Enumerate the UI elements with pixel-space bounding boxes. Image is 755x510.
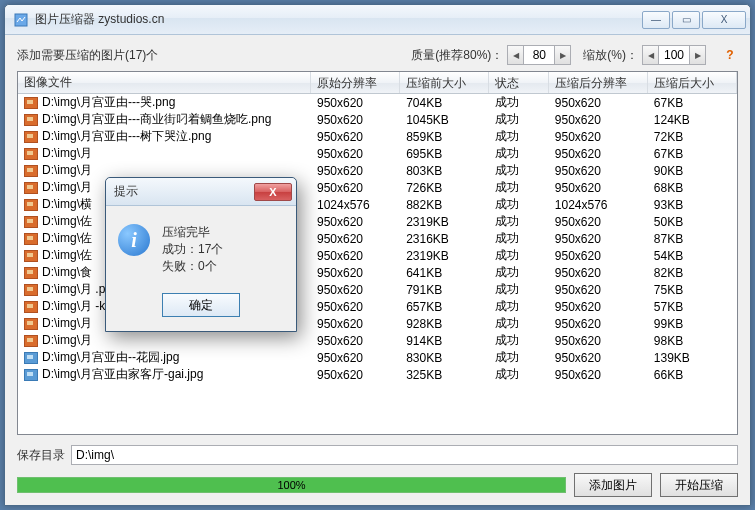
file-icon [24,131,38,143]
file-path: D:\img\月宫亚由---商业街叼着鲷鱼烧吃.png [42,111,271,128]
cell-after: 87KB [648,232,737,246]
zoom-down-icon[interactable]: ◀ [643,46,659,64]
cell-res: 950x620 [311,164,400,178]
file-path: D:\img\月 [42,315,92,332]
cell-res: 950x620 [311,215,400,229]
top-toolbar: 添加需要压缩的图片(17)个 质量(推荐80%)： ◀ 80 ▶ 缩放(%)： … [17,45,738,65]
cell-res2: 950x620 [549,283,648,297]
file-path: D:\img\月 [42,179,92,196]
maximize-button[interactable]: ▭ [672,11,700,29]
file-path: D:\img\食 [42,264,92,281]
cell-before: 928KB [400,317,489,331]
cell-res: 950x620 [311,266,400,280]
file-icon [24,199,38,211]
file-path: D:\img\横 [42,196,92,213]
file-icon [24,335,38,347]
cell-file: D:\img\月宫亚由--花园.jpg [18,349,311,366]
zoom-label: 缩放(%)： [583,47,638,64]
col-file[interactable]: 图像文件 [18,72,311,93]
col-after[interactable]: 压缩后大小 [648,72,737,93]
file-path: D:\img\佐 [42,230,92,247]
window-title: 图片压缩器 zystudios.cn [35,11,642,28]
zoom-up-icon[interactable]: ▶ [689,46,705,64]
cell-after: 57KB [648,300,737,314]
file-path: D:\img\月宫亚由家客厅-gai.jpg [42,366,203,383]
quality-label: 质量(推荐80%)： [411,47,503,64]
file-icon [24,284,38,296]
cell-before: 803KB [400,164,489,178]
quality-up-icon[interactable]: ▶ [554,46,570,64]
cell-file: D:\img\月宫亚由---哭.png [18,94,311,111]
quality-value: 80 [524,48,554,62]
file-icon [24,301,38,313]
file-path: D:\img\月 [42,162,92,179]
cell-before: 2319KB [400,249,489,263]
cell-after: 67KB [648,147,737,161]
zoom-stepper[interactable]: ◀ 100 ▶ [642,45,706,65]
file-icon [24,182,38,194]
cell-before: 1045KB [400,113,489,127]
col-res[interactable]: 原始分辨率 [311,72,400,93]
cell-res: 950x620 [311,351,400,365]
dialog-line1: 压缩完毕 [162,224,223,241]
col-status[interactable]: 状态 [489,72,549,93]
table-row[interactable]: D:\img\月宫亚由---树下哭泣.png950x620859KB成功950x… [18,128,737,145]
cell-status: 成功 [489,230,548,247]
table-row[interactable]: D:\img\月宫亚由--花园.jpg950x620830KB成功950x620… [18,349,737,366]
close-button[interactable]: X [702,11,746,29]
file-path: D:\img\月 [42,332,92,349]
cell-res2: 950x620 [549,249,648,263]
cell-before: 657KB [400,300,489,314]
cell-before: 641KB [400,266,489,280]
progress-text: 100% [277,478,305,492]
cell-after: 66KB [648,368,737,382]
file-icon [24,352,38,364]
start-compress-button[interactable]: 开始压缩 [660,473,738,497]
dialog-titlebar[interactable]: 提示 X [106,178,296,206]
cell-before: 726KB [400,181,489,195]
table-row[interactable]: D:\img\月宫亚由家客厅-gai.jpg950x620325KB成功950x… [18,366,737,383]
cell-status: 成功 [489,213,548,230]
cell-status: 成功 [489,162,548,179]
add-image-button[interactable]: 添加图片 [574,473,652,497]
cell-after: 139KB [648,351,737,365]
cell-after: 72KB [648,130,737,144]
quality-down-icon[interactable]: ◀ [508,46,524,64]
cell-file: D:\img\月 [18,332,311,349]
file-icon [24,216,38,228]
minimize-button[interactable]: — [642,11,670,29]
cell-file: D:\img\月宫亚由家客厅-gai.jpg [18,366,311,383]
table-row[interactable]: D:\img\月宫亚由---商业街叼着鲷鱼烧吃.png950x6201045KB… [18,111,737,128]
cell-res2: 950x620 [549,164,648,178]
cell-after: 68KB [648,181,737,195]
dialog-title: 提示 [114,183,254,200]
file-path: D:\img\月宫亚由---树下哭泣.png [42,128,211,145]
dialog-close-button[interactable]: X [254,183,292,201]
table-row[interactable]: D:\img\月950x620914KB成功950x62098KB [18,332,737,349]
cell-res2: 1024x576 [549,198,648,212]
table-row[interactable]: D:\img\月950x620695KB成功950x62067KB [18,145,737,162]
file-icon [24,250,38,262]
table-row[interactable]: D:\img\月宫亚由---哭.png950x620704KB成功950x620… [18,94,737,111]
progress-bar: 100% [17,477,566,493]
cell-res: 950x620 [311,113,400,127]
list-header: 图像文件 原始分辨率 压缩前大小 状态 压缩后分辨率 压缩后大小 [18,72,737,94]
titlebar[interactable]: 图片压缩器 zystudios.cn — ▭ X [5,5,750,35]
count-label: 添加需要压缩的图片(17)个 [17,47,158,64]
cell-res2: 950x620 [549,147,648,161]
quality-stepper[interactable]: ◀ 80 ▶ [507,45,571,65]
cell-res: 950x620 [311,368,400,382]
col-before[interactable]: 压缩前大小 [400,72,489,93]
cell-res: 950x620 [311,130,400,144]
cell-status: 成功 [489,128,548,145]
file-icon [24,233,38,245]
col-res2[interactable]: 压缩后分辨率 [549,72,648,93]
dialog-ok-button[interactable]: 确定 [162,293,240,317]
save-path-input[interactable] [71,445,738,465]
action-row: 100% 添加图片 开始压缩 [17,473,738,497]
file-path: D:\img\月宫亚由---哭.png [42,94,175,111]
cell-res: 1024x576 [311,198,400,212]
help-icon[interactable]: ? [722,48,738,62]
file-icon [24,165,38,177]
cell-status: 成功 [489,298,548,315]
